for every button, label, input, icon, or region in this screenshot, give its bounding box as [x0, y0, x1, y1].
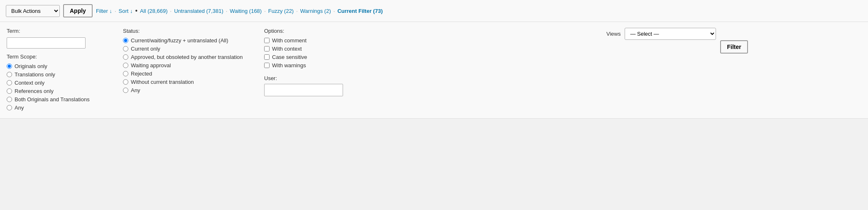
- options-label: Options:: [264, 28, 343, 34]
- nav-fuzzy[interactable]: Fuzzy (22): [268, 8, 294, 14]
- status-waiting-label: Waiting approval: [131, 62, 171, 68]
- filter-panel: Term: Term Scope: Originals only Transla…: [0, 22, 868, 119]
- status-rejected[interactable]: Rejected: [123, 71, 248, 77]
- scope-originals[interactable]: Originals only: [7, 63, 98, 69]
- term-scope-label: Term Scope:: [7, 54, 98, 60]
- term-label: Term:: [7, 28, 98, 34]
- views-and-filter: Views — Select — Filter: [606, 28, 861, 111]
- nav-waiting[interactable]: Waiting (168): [230, 8, 262, 14]
- bulk-actions-select[interactable]: Bulk ActionsDelete selectedExport select…: [6, 5, 60, 17]
- flex-spacer: [351, 28, 606, 111]
- status-current-only-radio[interactable]: [123, 46, 128, 51]
- status-current-all-label: Current/waiting/fuzzy + untranslated (Al…: [131, 37, 228, 44]
- status-without-current-radio[interactable]: [123, 79, 128, 85]
- status-rejected-radio[interactable]: [123, 71, 128, 76]
- user-label: User:: [264, 75, 343, 81]
- user-input[interactable]: [264, 84, 343, 96]
- with-warnings-label: With warnings: [272, 62, 306, 68]
- option-with-comment[interactable]: With comment: [264, 37, 343, 44]
- status-current-all[interactable]: Current/waiting/fuzzy + untranslated (Al…: [123, 37, 248, 44]
- status-label: Status:: [123, 28, 248, 34]
- sep5: ·: [296, 8, 298, 14]
- term-column: Term: Term Scope: Originals only Transla…: [7, 28, 98, 111]
- nav-untranslated[interactable]: Untranslated (7,381): [174, 8, 223, 14]
- scope-context-label: Context only: [15, 80, 44, 86]
- nav-warnings[interactable]: Warnings (2): [300, 8, 331, 14]
- scope-references-radio[interactable]: [7, 88, 12, 94]
- term-input[interactable]: [7, 37, 86, 49]
- status-current-only-label: Current only: [131, 46, 160, 52]
- status-current-all-radio[interactable]: [123, 38, 128, 43]
- with-context-checkbox[interactable]: [264, 46, 270, 51]
- option-case-sensitive[interactable]: Case sensitive: [264, 54, 343, 60]
- nav-current-filter[interactable]: Current Filter (73): [337, 8, 383, 14]
- status-any[interactable]: Any: [123, 87, 248, 93]
- scope-any-label: Any: [15, 105, 24, 111]
- status-any-radio[interactable]: [123, 88, 128, 93]
- term-scope-group: Originals only Translations only Context…: [7, 63, 98, 111]
- views-column: Views — Select —: [606, 28, 716, 43]
- views-row: Views — Select —: [606, 28, 716, 40]
- status-waiting[interactable]: Waiting approval: [123, 62, 248, 68]
- filter-button[interactable]: Filter: [720, 40, 748, 54]
- status-without-current[interactable]: Without current translation: [123, 79, 248, 85]
- with-comment-label: With comment: [272, 37, 306, 44]
- sep6: ·: [333, 8, 335, 14]
- status-approved-obsoleted-label: Approved, but obsoleted by another trans…: [131, 54, 243, 60]
- scope-both[interactable]: Both Originals and Translations: [7, 96, 98, 103]
- toolbar: Bulk ActionsDelete selectedExport select…: [0, 0, 868, 22]
- with-context-label: With context: [272, 46, 302, 52]
- status-approved-obsoleted-radio[interactable]: [123, 54, 128, 60]
- option-with-warnings[interactable]: With warnings: [264, 62, 343, 68]
- case-sensitive-label: Case sensitive: [272, 54, 307, 60]
- status-current-only[interactable]: Current only: [123, 46, 248, 52]
- scope-context-radio[interactable]: [7, 80, 12, 85]
- case-sensitive-checkbox[interactable]: [264, 54, 270, 60]
- status-rejected-label: Rejected: [131, 71, 152, 77]
- filter-bar: Filter ↓ · Sort ↓ • All (28,669) · Untra…: [96, 7, 383, 15]
- sep3: ·: [226, 8, 228, 14]
- user-section: User:: [264, 75, 343, 96]
- options-checkboxes: With comment With context Case sensitive…: [264, 37, 343, 68]
- bullet: •: [135, 7, 137, 15]
- with-comment-checkbox[interactable]: [264, 38, 270, 43]
- separator-dot-1: ·: [115, 8, 116, 14]
- scope-references-label: References only: [15, 88, 54, 94]
- status-without-current-label: Without current translation: [131, 79, 194, 85]
- views-label: Views: [606, 31, 620, 37]
- nav-all[interactable]: All (28,669): [140, 8, 167, 14]
- scope-references[interactable]: References only: [7, 88, 98, 94]
- with-warnings-checkbox[interactable]: [264, 63, 270, 68]
- sep4: ·: [264, 8, 266, 14]
- status-any-label: Any: [131, 87, 140, 93]
- scope-translations-radio[interactable]: [7, 72, 12, 77]
- scope-both-label: Both Originals and Translations: [15, 96, 90, 103]
- status-column: Status: Current/waiting/fuzzy + untransl…: [123, 28, 248, 111]
- scope-translations[interactable]: Translations only: [7, 71, 98, 78]
- status-group: Current/waiting/fuzzy + untranslated (Al…: [123, 37, 248, 93]
- option-with-context[interactable]: With context: [264, 46, 343, 52]
- scope-originals-radio[interactable]: [7, 63, 12, 69]
- scope-translations-label: Translations only: [15, 71, 55, 78]
- sort-link[interactable]: Sort ↓: [119, 8, 133, 14]
- options-column: Options: With comment With context Case …: [264, 28, 343, 111]
- scope-both-radio[interactable]: [7, 97, 12, 102]
- status-approved-obsoleted[interactable]: Approved, but obsoleted by another trans…: [123, 54, 248, 60]
- scope-any-radio[interactable]: [7, 105, 12, 110]
- sep2: ·: [170, 8, 172, 14]
- views-select[interactable]: — Select —: [625, 28, 716, 40]
- scope-context[interactable]: Context only: [7, 80, 98, 86]
- filter-link[interactable]: Filter ↓: [96, 8, 112, 14]
- scope-originals-label: Originals only: [15, 63, 47, 69]
- apply-button[interactable]: Apply: [63, 4, 93, 17]
- scope-any[interactable]: Any: [7, 105, 98, 111]
- status-waiting-radio[interactable]: [123, 63, 128, 68]
